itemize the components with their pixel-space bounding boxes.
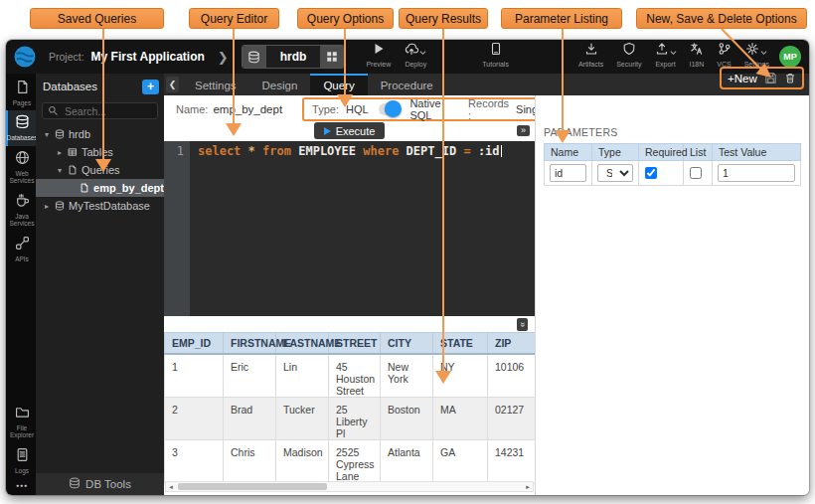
search-input[interactable] <box>63 104 152 118</box>
results-header-row: EMP_IDFIRSTNAMELASTNAMESTREETCITYSTATEZI… <box>165 333 536 355</box>
tree-item-tables[interactable]: ▸Tables <box>36 143 164 161</box>
chevron-down-icon <box>670 42 677 60</box>
sidebar-item-apis[interactable]: APIs <box>6 232 36 266</box>
param-list-checkbox[interactable] <box>690 167 702 179</box>
code-token: DEPT_ID <box>407 144 457 158</box>
table-row: 2BradTucker25 Liberty PlBostonMA02127 <box>165 398 536 440</box>
sidebar-item-label: APIs <box>15 255 29 262</box>
type-option-hql[interactable]: HQL <box>346 103 369 115</box>
column-header: CITY <box>381 333 433 355</box>
avatar[interactable]: MP <box>779 46 801 68</box>
topbar-action-label: I18N <box>690 61 705 68</box>
sidebar-item-more[interactable]: ●●● <box>6 478 36 492</box>
collapse-results-icon[interactable]: » <box>517 318 528 331</box>
editor-code-line: select * from EMPLOYEE where DEPT_ID = :… <box>190 141 502 316</box>
database-icon <box>243 46 266 68</box>
caret-down-icon[interactable]: ▾ <box>43 130 51 139</box>
parameters-title: PARAMETERS <box>544 126 801 138</box>
param-type-select[interactable]: String <box>597 164 633 182</box>
tree-item-emp_by_dept[interactable]: emp_by_dept <box>36 179 164 197</box>
param-name-input[interactable] <box>550 164 586 182</box>
topbar-vcs-button[interactable]: VCS <box>717 46 731 68</box>
collapse-panel-icon[interactable]: ❮ <box>166 77 179 92</box>
param-test-value-input[interactable] <box>718 164 795 182</box>
add-database-button[interactable]: + <box>142 80 159 94</box>
tab-settings[interactable]: Settings <box>182 74 249 95</box>
save-icon[interactable] <box>764 72 777 84</box>
database-chip-label: hrdb <box>266 46 321 68</box>
column-header: Required <box>639 144 684 161</box>
java-services-icon <box>15 193 30 212</box>
code-token <box>241 144 247 158</box>
database-chip[interactable]: hrdb <box>242 45 346 69</box>
type-option-native-sql[interactable]: Native SQL <box>409 97 453 121</box>
tab-design[interactable]: Design <box>249 74 311 95</box>
code-token: = <box>463 144 470 158</box>
sidebar-item-databases[interactable]: Databases <box>6 110 36 145</box>
topbar-export-button[interactable]: Export <box>655 46 677 68</box>
expand-panel-icon[interactable]: » <box>517 125 530 136</box>
tab-procedure[interactable]: Procedure <box>368 74 446 95</box>
app-body: PagesDatabasesWeb ServicesJava ServicesA… <box>6 74 809 495</box>
search-box <box>42 102 158 119</box>
main-content: ❮ SettingsDesignQueryProcedure Name: emp… <box>164 74 809 495</box>
table-cell: 45 Houston Street <box>329 354 381 398</box>
topbar-action-label: Preview <box>366 61 391 68</box>
crud-options: +New <box>720 67 804 89</box>
sidebar-item-java-services[interactable]: Java Services <box>6 189 36 232</box>
topbar-deploy-button[interactable]: Deploy <box>405 46 426 68</box>
tab-query[interactable]: Query <box>310 74 367 95</box>
scroll-right-icon[interactable]: ▸ <box>523 482 533 491</box>
results-hscrollbar[interactable]: ◂ ▸ <box>165 481 534 492</box>
param-required-checkbox[interactable] <box>645 167 657 179</box>
table-cell: Atlanta <box>381 440 433 484</box>
tree-item-mytestdatabase[interactable]: ▸MyTestDatabase <box>36 197 164 215</box>
databases-icon <box>15 114 30 133</box>
db-tools-button[interactable]: DB Tools <box>36 473 164 495</box>
tree-item-queries[interactable]: ▾Queries <box>36 161 164 179</box>
sidebar-item-file-explorer[interactable]: File Explorer <box>6 401 36 443</box>
database-icon <box>55 201 65 211</box>
parameters-header-row: NameTypeRequiredListTest Value <box>545 144 801 161</box>
caret-right-icon[interactable]: ▸ <box>43 202 51 211</box>
topbar-artifacts-button[interactable]: Artifacts <box>578 46 603 68</box>
sidebar-item-pages[interactable]: Pages <box>6 76 36 110</box>
topbar-preview-button[interactable]: Preview <box>366 46 391 68</box>
wavemaker-logo-icon <box>14 46 36 68</box>
tree-item-hrdb[interactable]: ▾hrdb <box>36 125 164 143</box>
delete-icon[interactable] <box>784 72 796 84</box>
sidebar-item-web-services[interactable]: Web Services <box>6 146 36 189</box>
execute-button[interactable]: Execute <box>314 122 386 139</box>
parameter-row: String <box>545 161 801 186</box>
records-label: Records : <box>468 97 509 121</box>
table-cell: 2525 Cypress Lane <box>329 440 381 484</box>
export-icon <box>655 42 669 60</box>
table-cell: Tucker <box>276 398 329 440</box>
table-icon <box>68 147 78 157</box>
type-toggle[interactable] <box>379 103 401 115</box>
topbar-tutorials-button[interactable]: Tutorials <box>482 46 509 68</box>
pages-icon <box>15 80 30 98</box>
code-token: where <box>363 144 399 158</box>
settings-icon <box>745 42 759 60</box>
tree-item-label: MyTestDatabase <box>69 200 150 212</box>
scroll-left-icon[interactable]: ◂ <box>166 482 176 491</box>
column-header: Name <box>545 144 592 161</box>
topbar-right-actions: ArtifactsSecurityExportI18NVCSSettings <box>578 46 769 68</box>
caret-down-icon[interactable]: ▾ <box>56 166 64 175</box>
table-cell: 02127 <box>488 398 536 440</box>
scroll-thumb[interactable] <box>178 483 327 490</box>
logs-icon <box>15 447 30 466</box>
grid-view-icon[interactable] <box>320 46 344 68</box>
new-query-button[interactable]: +New <box>728 73 757 84</box>
topbar-settings-button[interactable]: Settings <box>744 46 769 68</box>
databases-panel: Databases + ▾hrdb▸Tables▾Queriesemp_by_d… <box>36 74 164 495</box>
topbar-i18n-button[interactable]: I18N <box>690 46 705 68</box>
query-code-editor[interactable]: 1 select * from EMPLOYEE where DEPT_ID =… <box>164 141 535 316</box>
sidebar-item-label: Java Services <box>8 213 36 228</box>
sidebar-item-logs[interactable]: Logs <box>6 443 36 478</box>
table-cell: 14231 <box>488 440 536 484</box>
column-header: FIRSTNAME <box>224 333 276 355</box>
caret-right-icon[interactable]: ▸ <box>56 148 64 157</box>
topbar-security-button[interactable]: Security <box>616 46 641 68</box>
